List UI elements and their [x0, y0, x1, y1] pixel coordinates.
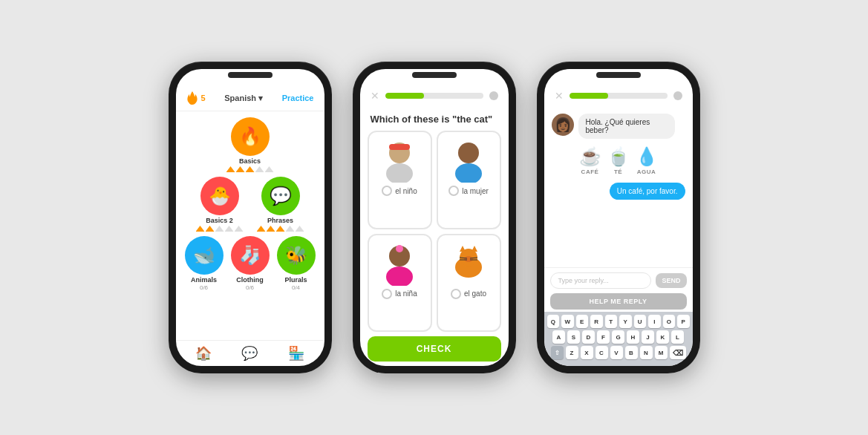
radio-nina[interactable] [382, 289, 392, 299]
key-I[interactable]: I [648, 315, 661, 328]
drink-agua[interactable]: 💧 AGUA [636, 146, 658, 175]
key-shift[interactable]: ⇧ [551, 346, 564, 359]
key-C[interactable]: C [595, 346, 608, 359]
svg-point-12 [464, 256, 473, 262]
lesson-row-2: 🐣 Basics 2 💬 Phrases [196, 177, 304, 232]
keyboard-row-1: Q W E R T Y U I O P [547, 315, 690, 328]
key-D[interactable]: D [582, 330, 595, 344]
gato-avatar [446, 241, 491, 286]
keyboard: Q W E R T Y U I O P A S D [544, 312, 693, 366]
key-X[interactable]: X [581, 346, 593, 359]
lesson-basics2[interactable]: 🐣 Basics 2 [196, 177, 244, 232]
radio-nino[interactable] [382, 186, 392, 196]
drink-te[interactable]: 🍵 TÉ [607, 146, 630, 175]
svg-marker-11 [471, 246, 477, 252]
radio-gato[interactable] [451, 289, 461, 299]
mujer-avatar [446, 138, 491, 183]
nina-avatar [377, 241, 422, 286]
option-nino[interactable]: el niño [368, 131, 432, 229]
lesson-basics[interactable]: 🔥 Basics [226, 117, 274, 172]
key-S[interactable]: S [567, 330, 580, 344]
streak-display: 5 [186, 91, 206, 105]
key-R[interactable]: R [590, 315, 603, 328]
keyboard-row-2: A S D F G H J K L [547, 330, 690, 344]
key-V[interactable]: V [610, 346, 623, 359]
option-mujer[interactable]: la mujer [437, 131, 501, 229]
chat-icon[interactable]: 💬 [241, 345, 258, 362]
key-E[interactable]: E [576, 315, 589, 328]
key-W[interactable]: W [561, 315, 574, 328]
key-J[interactable]: J [642, 330, 654, 344]
svg-point-1 [386, 163, 413, 183]
key-N[interactable]: N [640, 346, 653, 359]
svg-rect-2 [389, 144, 410, 150]
basics-icon: 🔥 [231, 117, 270, 156]
key-B[interactable]: B [625, 346, 638, 359]
reply-input[interactable]: Type your reply... [550, 272, 652, 289]
key-Q[interactable]: Q [547, 315, 560, 328]
bot-message-1: 👩🏾 Hola. ¿Qué quieres beber? [552, 114, 685, 139]
practice-button[interactable]: Practice [282, 94, 314, 102]
key-Z[interactable]: Z [566, 346, 578, 359]
drink-items: ☕ CAFÉ 🍵 TÉ 💧 AGUA [552, 145, 685, 177]
key-U[interactable]: U [634, 315, 647, 328]
chat-messages: 👩🏾 Hola. ¿Qué quieres beber? ☕ CAFÉ 🍵 TÉ [544, 108, 693, 267]
basics2-icon: 🐣 [200, 177, 239, 215]
option-gato[interactable]: el gato [437, 234, 501, 333]
bottom-nav: 🏠 💬 🏪 [176, 340, 324, 366]
phrases-stars [257, 226, 304, 232]
lesson-plurals[interactable]: 🐝 Plurals 0/4 [277, 236, 316, 291]
svg-point-6 [386, 266, 413, 286]
phones-container: 5 Spanish ▾ Practice 🔥 Basics [154, 47, 715, 388]
svg-point-3 [458, 143, 479, 163]
phone-2-screen: ✕ Which of these is "the cat" [360, 69, 509, 366]
language-selector[interactable]: Spanish ▾ [224, 94, 263, 103]
basics2-stars [196, 226, 244, 232]
key-A[interactable]: A [552, 330, 565, 344]
phone-1: 5 Spanish ▾ Practice 🔥 Basics [169, 62, 332, 373]
help-me-reply-button[interactable]: HELP ME REPLY [550, 293, 687, 310]
key-F[interactable]: F [597, 330, 610, 344]
p3-progress-area: ✕ [544, 69, 693, 108]
nino-avatar [377, 138, 422, 183]
user-bubble: Un café, por favor. [610, 183, 685, 200]
phrases-icon: 💬 [261, 177, 300, 215]
key-M[interactable]: M [655, 346, 668, 359]
animals-icon: 🐋 [185, 236, 223, 275]
p3-progress-dot [673, 91, 682, 100]
send-button[interactable]: SEND [656, 273, 686, 288]
phone-3-screen: ✕ 👩🏾 Hola. ¿Qué quieres beber? ☕ CAFÉ [544, 69, 693, 366]
lesson-clothing[interactable]: 🧦 Clothing 0/6 [231, 236, 270, 291]
key-Y[interactable]: Y [619, 315, 632, 328]
radio-mujer[interactable] [448, 186, 459, 196]
check-button[interactable]: CHECK [368, 336, 501, 362]
key-delete[interactable]: ⌫ [670, 346, 686, 359]
option-nina[interactable]: la niña [368, 234, 432, 333]
key-T[interactable]: T [605, 315, 618, 328]
phone-1-screen: 5 Spanish ▾ Practice 🔥 Basics [176, 69, 324, 366]
key-K[interactable]: K [656, 330, 669, 344]
key-G[interactable]: G [612, 330, 624, 344]
quiz-question: Which of these is "the cat" [360, 108, 509, 131]
key-L[interactable]: L [671, 330, 684, 344]
home-icon[interactable]: 🏠 [195, 345, 212, 362]
drink-cafe[interactable]: ☕ CAFÉ [579, 146, 601, 175]
key-O[interactable]: O [663, 315, 676, 328]
p3-progress-bar [570, 93, 668, 99]
phone-3: ✕ 👩🏾 Hola. ¿Qué quieres beber? ☕ CAFÉ [537, 62, 700, 373]
lessons-content: 🔥 Basics 🐣 B [176, 111, 324, 340]
quiz-options: el niño la mujer [360, 131, 509, 332]
user-message-container: Un café, por favor. [552, 183, 685, 200]
close-button[interactable]: ✕ [371, 90, 379, 102]
progress-fill [385, 93, 425, 99]
lesson-animals[interactable]: 🐋 Animals 0/6 [185, 236, 223, 291]
key-P[interactable]: P [677, 315, 690, 328]
svg-marker-10 [460, 246, 466, 252]
clothing-icon: 🧦 [231, 236, 270, 275]
key-H[interactable]: H [627, 330, 639, 344]
phone-2: ✕ Which of these is "the cat" [353, 62, 516, 373]
shop-icon[interactable]: 🏪 [288, 345, 304, 362]
lesson-phrases[interactable]: 💬 Phrases [257, 177, 304, 232]
chat-input-area: Type your reply... SEND [544, 267, 693, 293]
p3-close-button[interactable]: ✕ [555, 90, 564, 102]
